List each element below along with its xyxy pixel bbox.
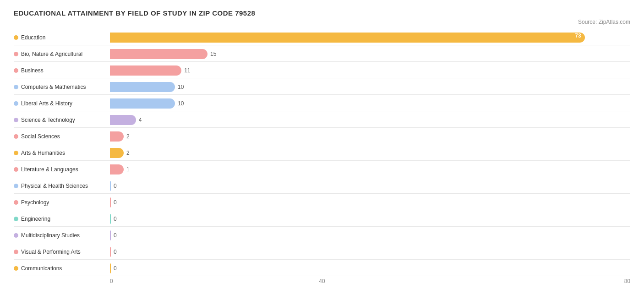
bar-container: 10: [110, 98, 630, 109]
chart-wrapper: Education73Bio, Nature & Agricultural15B…: [14, 30, 630, 284]
bar-label: Bio, Nature & Agricultural: [14, 51, 110, 57]
bar-row: Education73: [14, 30, 630, 45]
bar: [110, 247, 111, 257]
bar-container: 0: [110, 197, 630, 207]
bar-label-text: Arts & Humanities: [21, 150, 65, 156]
bar-label-text: Psychology: [21, 199, 49, 206]
bar-row: Psychology0: [14, 195, 630, 210]
bar-label-text: Multidisciplinary Studies: [21, 232, 80, 239]
bar: [110, 230, 111, 240]
bar-label: Business: [14, 67, 110, 74]
bar-label: Social Sciences: [14, 133, 110, 140]
bar-label: Education: [14, 34, 110, 41]
bar: [110, 263, 111, 273]
chart-area: Education73Bio, Nature & Agricultural15B…: [14, 30, 630, 276]
x-axis-label: 80: [624, 278, 630, 284]
bar-row: Communications0: [14, 261, 630, 276]
bar-row: Business11: [14, 63, 630, 78]
bar-row: Engineering0: [14, 211, 630, 227]
bar-value: 2: [126, 133, 130, 140]
bar: [110, 98, 175, 109]
bar-row: Multidisciplinary Studies0: [14, 228, 630, 243]
bar-dot: [14, 233, 18, 238]
bar-label: Visual & Performing Arts: [14, 249, 110, 255]
bar: [110, 214, 111, 224]
bar-container: 4: [110, 115, 630, 125]
bar-value: 0: [114, 265, 117, 272]
bar-dot: [14, 85, 18, 89]
bar-container: 0: [110, 214, 630, 224]
bar: [110, 49, 207, 59]
bar-value: 0: [114, 216, 117, 222]
bar-value: 2: [126, 150, 130, 156]
bar-value: 0: [114, 183, 117, 189]
bar-dot: [14, 217, 18, 221]
bar-dot: [14, 35, 18, 40]
bar-label-text: Engineering: [21, 216, 50, 222]
bar-dot: [14, 167, 18, 172]
bar-value: 4: [139, 117, 142, 123]
x-axis: 04080: [14, 278, 630, 284]
bar: [110, 65, 181, 76]
bar: 73: [110, 33, 585, 43]
bar-dot: [14, 184, 18, 188]
bar-container: 10: [110, 82, 630, 92]
bar-row: Bio, Nature & Agricultural15: [14, 46, 630, 62]
bar-dot: [14, 151, 18, 155]
bar-label-text: Liberal Arts & History: [21, 100, 72, 107]
bar-row: Science & Technology4: [14, 112, 630, 128]
bar-label-text: Social Sciences: [21, 133, 60, 140]
bar-value: 0: [114, 249, 117, 255]
bar: [110, 148, 124, 158]
bar-container: 73: [110, 33, 630, 43]
bar-row: Social Sciences2: [14, 129, 630, 144]
bar-value: 0: [114, 199, 117, 206]
bar-label-text: Computers & Mathematics: [21, 84, 86, 90]
bar-label: Engineering: [14, 216, 110, 222]
bar-label-text: Education: [21, 34, 45, 41]
bar-container: 2: [110, 148, 630, 158]
bar: [110, 131, 124, 142]
source-label: Source: ZipAtlas.com: [14, 19, 630, 25]
bar-dot: [14, 266, 18, 271]
bar-dot: [14, 134, 18, 139]
bar-label: Arts & Humanities: [14, 150, 110, 156]
bar-value-inline: 73: [575, 33, 581, 39]
bar-dot: [14, 52, 18, 56]
bar-label-text: Literature & Languages: [21, 166, 78, 173]
bar-container: 0: [110, 230, 630, 240]
bar-dot: [14, 118, 18, 122]
bar-label: Literature & Languages: [14, 166, 110, 173]
bar-label-text: Physical & Health Sciences: [21, 183, 88, 189]
bar-dot: [14, 250, 18, 254]
bar-row: Liberal Arts & History10: [14, 96, 630, 111]
bar-dot: [14, 101, 18, 106]
bar-label-text: Bio, Nature & Agricultural: [21, 51, 82, 57]
bar-container: 15: [110, 49, 630, 59]
bar-value: 10: [178, 84, 184, 90]
bar-label-text: Communications: [21, 265, 62, 272]
bar-label: Science & Technology: [14, 117, 110, 123]
bar-row: Arts & Humanities2: [14, 145, 630, 161]
bar-label: Physical & Health Sciences: [14, 183, 110, 189]
bar: [110, 164, 124, 174]
bar-row: Literature & Languages1: [14, 162, 630, 177]
bar: [110, 197, 111, 207]
bar-label: Liberal Arts & History: [14, 100, 110, 107]
page-title: EDUCATIONAL ATTAINMENT BY FIELD OF STUDY…: [14, 9, 630, 17]
bar-value: 11: [184, 67, 190, 74]
bar-label: Psychology: [14, 199, 110, 206]
bar: [110, 82, 175, 92]
bar-value: 15: [210, 51, 216, 57]
bar-container: 0: [110, 247, 630, 257]
bar-dot: [14, 200, 18, 205]
bar-label-text: Business: [21, 67, 44, 74]
bar: [110, 181, 111, 191]
bar-label: Communications: [14, 265, 110, 272]
x-axis-label: 0: [110, 278, 113, 284]
bar-dot: [14, 68, 18, 73]
bar-label: Computers & Mathematics: [14, 84, 110, 90]
bar-value: 0: [114, 232, 117, 239]
bar-container: 1: [110, 164, 630, 174]
x-axis-label: 40: [319, 278, 325, 284]
